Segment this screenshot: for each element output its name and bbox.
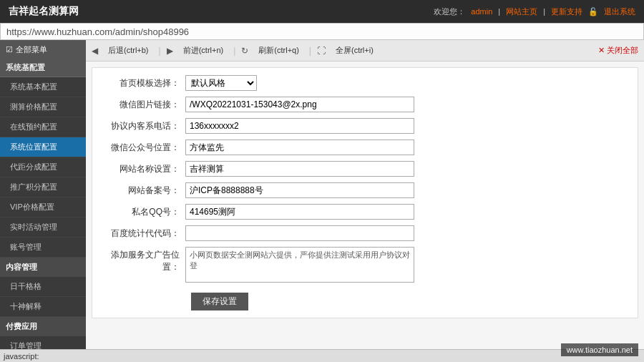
- divider1: |: [498, 7, 500, 16]
- sidebar-category-content[interactable]: 内容管理: [0, 258, 86, 277]
- qq-input[interactable]: [185, 204, 414, 220]
- sidebar-top-label: 全部菜单: [16, 44, 47, 55]
- wechat-img-input[interactable]: [185, 97, 414, 112]
- back-label: 后退(ctrl+b): [108, 45, 149, 56]
- content-area: ◀ 后退(ctrl+b) | ▶ 前进(ctrl+n) | ↻ 刷新(ctrl+…: [86, 40, 644, 362]
- form-row-qq: 私名QQ号：: [107, 204, 623, 220]
- status-text: javascript:: [4, 352, 39, 361]
- form-row-service-ad: 添加服务文广告位置： 小网页数据安全测网站六提供，严你提供注测试采用用户协议对登: [107, 247, 623, 283]
- settings-form: 首页模板选择： 默认风格 微信图片链接： 协议内客系电话： 微信公众号位置：: [92, 67, 638, 318]
- template-select[interactable]: 默认风格: [185, 75, 257, 91]
- sidebar-item-account[interactable]: 账号管理: [0, 238, 86, 258]
- sidebar-item-agent[interactable]: 代距分成配置: [0, 157, 86, 177]
- fullscreen-label: 全屏(ctrl+i): [336, 45, 374, 56]
- label-icp: 网站备案号：: [107, 185, 185, 197]
- form-save-row: 保存设置: [107, 288, 623, 310]
- greeting-text: 欢迎您：: [434, 6, 465, 17]
- form-row-baidu: 百度统计代代码：: [107, 225, 623, 241]
- form-row-phone: 协议内客系电话：: [107, 118, 623, 134]
- watermark: www.tiaozhuan.net: [561, 343, 638, 356]
- url-text: https://www.huzhuan.com/admin/shop48996: [6, 26, 189, 37]
- header: 吉祥起名测算网 欢迎您： admin | 网站主页 | 更新支持 🔓 退出系统: [0, 0, 644, 23]
- site-logo: 吉祥起名测算网: [9, 5, 79, 18]
- sep3: |: [309, 46, 311, 56]
- logout-link[interactable]: 退出系统: [604, 6, 635, 17]
- fullscreen-button[interactable]: 全屏(ctrl+i): [331, 44, 378, 57]
- label-sitename: 网站名称设置：: [107, 163, 185, 175]
- form-row-template: 首页模板选择： 默认风格: [107, 75, 623, 91]
- refresh-button[interactable]: 刷新(ctrl+q): [254, 44, 303, 57]
- sidebar-item-reservation[interactable]: 在线预约配置: [0, 117, 86, 137]
- label-wechat-img: 微信图片链接：: [107, 99, 185, 111]
- logout-icon: 🔓: [588, 7, 598, 16]
- arrow-left-icon: ◀: [92, 46, 98, 56]
- checkbox-icon: ☑: [6, 45, 13, 54]
- service-ad-textarea[interactable]: 小网页数据安全测网站六提供，严你提供注测试采用用户协议对登: [185, 247, 414, 283]
- header-right: 欢迎您： admin | 网站主页 | 更新支持 🔓 退出系统: [434, 6, 635, 17]
- form-row-icp: 网站备案号：: [107, 182, 623, 198]
- sidebar: ☑ 全部菜单 系统基配置 系统基本配置 测算价格配置 在线预约配置 系统位置配置…: [0, 40, 86, 362]
- sep2: |: [233, 46, 235, 56]
- sidebar-category-pay[interactable]: 付费应用: [0, 317, 86, 336]
- forward-button[interactable]: 前进(ctrl+n): [179, 44, 228, 57]
- back-button[interactable]: 后退(ctrl+b): [104, 44, 153, 57]
- divider2: |: [543, 7, 545, 16]
- icp-input[interactable]: [185, 182, 414, 198]
- refresh-label: 刷新(ctrl+q): [258, 45, 299, 56]
- refresh-icon: ↻: [241, 46, 248, 56]
- form-row-wechat-img: 微信图片链接：: [107, 97, 623, 112]
- sidebar-item-activity[interactable]: 实时活动管理: [0, 217, 86, 238]
- sidebar-top[interactable]: ☑ 全部菜单: [0, 40, 86, 59]
- watermark-text: www.tiaozhuan.net: [567, 346, 633, 354]
- label-phone: 协议内客系电话：: [107, 120, 185, 132]
- close-label: 关闭全部: [607, 45, 638, 56]
- sidebar-item-basic[interactable]: 系统基本配置: [0, 77, 86, 97]
- arrow-right-icon: ▶: [167, 46, 173, 56]
- label-service-ad: 添加服务文广告位置：: [107, 247, 185, 273]
- update-link[interactable]: 更新支持: [551, 6, 582, 17]
- sitename-input[interactable]: [185, 161, 414, 177]
- label-baidu: 百度统计代代码：: [107, 228, 185, 240]
- fullscreen-icon: ⛶: [317, 46, 326, 56]
- main-layout: ☑ 全部菜单 系统基配置 系统基本配置 测算价格配置 在线预约配置 系统位置配置…: [0, 40, 644, 362]
- label-wechat-public: 微信公众号位置：: [107, 142, 185, 154]
- close-icon: ✕: [598, 46, 605, 55]
- sep1: |: [159, 46, 161, 56]
- baidu-input[interactable]: [185, 225, 414, 241]
- sidebar-item-points[interactable]: 推广积分配置: [0, 177, 86, 197]
- label-template: 首页模板选择：: [107, 77, 185, 89]
- url-bar: https://www.huzhuan.com/admin/shop48996: [0, 23, 644, 40]
- homepage-link[interactable]: 网站主页: [506, 6, 537, 17]
- toolbar: ◀ 后退(ctrl+b) | ▶ 前进(ctrl+n) | ↻ 刷新(ctrl+…: [86, 40, 644, 62]
- phone-input[interactable]: [185, 118, 414, 134]
- sidebar-item-vip[interactable]: VIP价格配置: [0, 197, 86, 217]
- sidebar-item-rigan[interactable]: 日干格格: [0, 277, 86, 297]
- sidebar-section-sys: 系统基配置: [0, 59, 86, 77]
- username-link[interactable]: admin: [471, 7, 492, 16]
- form-row-sitename: 网站名称设置：: [107, 161, 623, 177]
- form-row-wechat-public: 微信公众号位置：: [107, 140, 623, 155]
- close-all-button[interactable]: ✕ 关闭全部: [598, 45, 638, 56]
- sidebar-item-location[interactable]: 系统位置配置: [0, 137, 86, 157]
- label-qq: 私名QQ号：: [107, 206, 185, 218]
- wechat-public-input[interactable]: [185, 140, 414, 155]
- forward-label: 前进(ctrl+n): [183, 45, 224, 56]
- sidebar-item-shishen[interactable]: 十神解释: [0, 297, 86, 317]
- status-bar: javascript:: [0, 349, 644, 362]
- save-button[interactable]: 保存设置: [191, 293, 248, 310]
- sidebar-item-price[interactable]: 测算价格配置: [0, 97, 86, 117]
